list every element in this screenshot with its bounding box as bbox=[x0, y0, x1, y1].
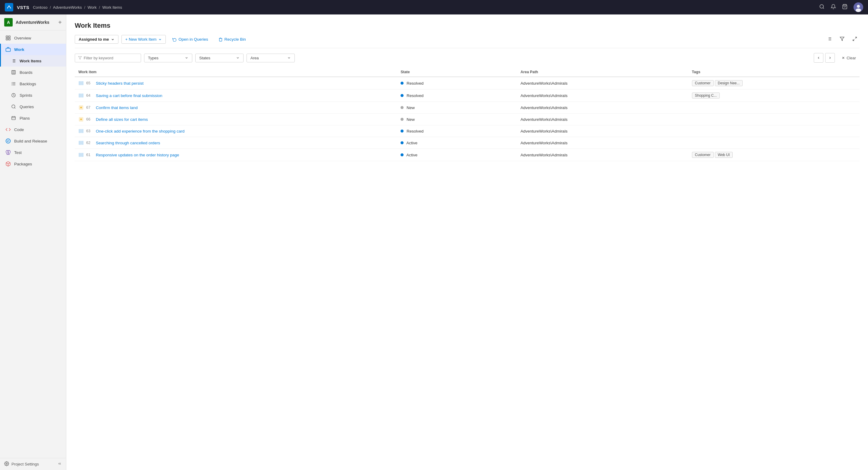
recycle-bin-label: Recycle Bin bbox=[224, 37, 246, 41]
next-page-button[interactable] bbox=[825, 53, 835, 63]
search-icon[interactable] bbox=[819, 4, 825, 11]
work-item-area-cell: AdventureWorks\Admirals bbox=[517, 102, 688, 114]
add-project-button[interactable]: + bbox=[58, 19, 62, 26]
svg-rect-8 bbox=[9, 36, 10, 37]
sidebar-item-plans[interactable]: Plans bbox=[0, 113, 66, 124]
sidebar-item-work[interactable]: Work bbox=[0, 44, 66, 55]
clear-filters-button[interactable]: Clear bbox=[838, 54, 860, 62]
code-label: Code bbox=[14, 127, 24, 132]
work-item-title[interactable]: Sticky headers that persist bbox=[96, 81, 144, 86]
notifications-icon[interactable] bbox=[831, 4, 836, 11]
work-item-area-cell: AdventureWorks\Admirals bbox=[517, 149, 688, 161]
svg-rect-58 bbox=[82, 141, 84, 145]
work-item-tags-cell: CustomerDesign Nee... bbox=[688, 77, 860, 90]
keyword-filter[interactable] bbox=[75, 54, 141, 62]
work-items-table: Work item State Area Path Tags 65 Sticky… bbox=[75, 67, 860, 161]
fullscreen-button[interactable] bbox=[850, 35, 860, 44]
code-icon bbox=[5, 127, 11, 132]
work-item-tags-cell bbox=[688, 137, 860, 149]
sidebar-item-packages[interactable]: Packages bbox=[0, 158, 66, 169]
sidebar: A AdventureWorks + Overview Work bbox=[0, 14, 66, 470]
svg-rect-0 bbox=[6, 4, 12, 10]
new-work-item-label: + New Work Item bbox=[125, 37, 157, 41]
svg-point-32 bbox=[6, 463, 7, 464]
types-filter-dropdown[interactable]: Types bbox=[144, 54, 192, 62]
sidebar-item-sprints[interactable]: Sprints bbox=[0, 90, 66, 101]
clear-label: Clear bbox=[846, 56, 856, 60]
sprints-icon bbox=[10, 92, 17, 98]
work-label: Work bbox=[14, 47, 24, 52]
filter-bar: Types States Area C bbox=[75, 53, 860, 63]
toolbar-right bbox=[825, 35, 860, 44]
svg-rect-7 bbox=[6, 36, 7, 37]
work-icon bbox=[5, 46, 11, 53]
org-name: AdventureWorks bbox=[16, 20, 55, 25]
new-work-item-button[interactable]: + New Work Item bbox=[121, 35, 166, 44]
table-row: 66 Define all sizes for cart items New A… bbox=[75, 114, 860, 125]
sidebar-item-code[interactable]: Code bbox=[0, 124, 66, 135]
work-item-title[interactable]: Define all sizes for cart items bbox=[96, 117, 148, 122]
backlogs-icon bbox=[10, 81, 17, 87]
sidebar-item-work-items[interactable]: Work Items bbox=[0, 55, 66, 67]
work-item-title[interactable]: One-click add experience from the shoppi… bbox=[96, 129, 184, 133]
work-item-title[interactable]: Saving a cart before final submission bbox=[96, 93, 162, 98]
sidebar-item-overview[interactable]: Overview bbox=[0, 32, 66, 44]
org-avatar: A bbox=[4, 18, 13, 27]
collapse-sidebar-icon[interactable] bbox=[58, 462, 62, 467]
sidebar-item-test[interactable]: Test bbox=[0, 147, 66, 158]
work-item-cell: 64 Saving a cart before final submission bbox=[75, 90, 397, 102]
work-item-cell: 62 Searching through cancelled orders bbox=[75, 137, 397, 149]
sidebar-item-build-release[interactable]: Build and Release bbox=[0, 135, 66, 147]
user-avatar[interactable] bbox=[854, 2, 863, 12]
packages-label: Packages bbox=[14, 162, 32, 166]
project-settings-link[interactable]: Project Settings bbox=[0, 458, 66, 470]
svg-point-6 bbox=[856, 8, 861, 12]
vsts-logo[interactable] bbox=[5, 3, 13, 11]
svg-rect-60 bbox=[82, 153, 84, 157]
column-options-button[interactable] bbox=[825, 35, 834, 44]
state-label: Resolved bbox=[407, 93, 424, 98]
work-item-id: 61 bbox=[86, 153, 93, 157]
plans-icon bbox=[10, 115, 17, 121]
state-label: New bbox=[407, 117, 415, 122]
work-item-state-cell: Resolved bbox=[397, 125, 517, 137]
work-item-title[interactable]: Searching through cancelled orders bbox=[96, 141, 160, 145]
filter-search-icon bbox=[78, 56, 82, 60]
state-indicator bbox=[401, 106, 404, 109]
sidebar-item-backlogs[interactable]: Backlogs bbox=[0, 78, 66, 90]
overview-icon bbox=[5, 35, 11, 41]
work-item-type-icon bbox=[79, 81, 84, 86]
open-in-queries-button[interactable]: Open in Queries bbox=[169, 35, 212, 43]
state-indicator bbox=[401, 94, 404, 97]
boards-icon bbox=[10, 69, 17, 75]
sidebar-item-queries[interactable]: Queries bbox=[0, 101, 66, 113]
svg-rect-47 bbox=[79, 94, 81, 97]
boards-label: Boards bbox=[20, 70, 33, 75]
work-item-area-cell: AdventureWorks\Admirals bbox=[517, 114, 688, 125]
next-icon bbox=[828, 56, 832, 60]
area-filter-dropdown[interactable]: Area bbox=[247, 54, 295, 62]
app-title: VSTS bbox=[17, 5, 29, 10]
work-item-cell: 65 Sticky headers that persist bbox=[75, 77, 397, 90]
work-item-cell: 61 Responsive updates on the order histo… bbox=[75, 149, 397, 161]
keyword-input[interactable] bbox=[84, 56, 138, 60]
area-path-label: AdventureWorks\Admirals bbox=[521, 117, 567, 122]
col-header-work-item: Work item bbox=[75, 67, 397, 77]
work-item-type-icon bbox=[79, 140, 84, 146]
state-label: New bbox=[407, 105, 415, 110]
test-icon bbox=[5, 150, 11, 155]
state-indicator bbox=[401, 130, 404, 132]
basket-icon[interactable] bbox=[842, 4, 847, 11]
recycle-bin-button[interactable]: Recycle Bin bbox=[215, 35, 250, 43]
work-item-title[interactable]: Confirm that items land bbox=[96, 105, 138, 110]
work-item-tags-cell bbox=[688, 114, 860, 125]
prev-page-button[interactable] bbox=[814, 53, 824, 63]
states-filter-dropdown[interactable]: States bbox=[195, 54, 244, 62]
area-path-label: AdventureWorks\Admirals bbox=[521, 141, 567, 145]
work-item-state-cell: New bbox=[397, 114, 517, 125]
filter-button[interactable] bbox=[837, 35, 847, 44]
assigned-to-me-button[interactable]: Assigned to me bbox=[75, 35, 119, 44]
svg-point-25 bbox=[12, 105, 15, 108]
work-item-title[interactable]: Responsive updates on the order history … bbox=[96, 153, 179, 157]
sidebar-item-boards[interactable]: Boards bbox=[0, 67, 66, 78]
